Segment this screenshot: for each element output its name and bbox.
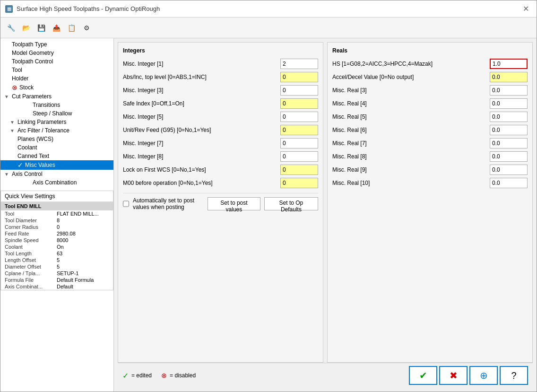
integer-field-label: Unit/Rev Feed (G95) [0=No,1=Yes] [123, 127, 280, 133]
integer-field-label: Misc. Integer [5] [123, 113, 280, 120]
integer-field-input[interactable] [280, 85, 318, 96]
integer-field-row: Misc. Integer [3] [123, 85, 318, 96]
sidebar-item-toolpath-type[interactable]: Toolpath Type [0, 40, 113, 49]
toolbar-save-button[interactable]: 💾 [35, 21, 48, 35]
toolbar-export-button[interactable]: 📤 [50, 21, 63, 35]
edited-legend: ✓ = edited [122, 371, 152, 380]
sidebar-label: Canned Text [17, 153, 49, 159]
integer-field-row: Safe Index [0=Off,1=On] [123, 98, 318, 109]
integer-field-row: Misc. Integer [1] [123, 59, 318, 69]
toolbar-list-button[interactable]: 📋 [65, 21, 78, 35]
integer-field-input[interactable] [280, 151, 318, 162]
sidebar-label: Cut Parameters [12, 93, 52, 100]
quick-view: Quick View Settings Tool END MILL ToolFL… [0, 191, 113, 290]
post-checkbox[interactable] [123, 200, 129, 207]
real-field-input[interactable] [490, 151, 528, 162]
sidebar-item-tool[interactable]: Tool [0, 66, 113, 74]
set-to-post-values-button[interactable]: Set to post values [208, 197, 260, 210]
integer-field-row: M00 before operation [0=No,1=Yes] [123, 178, 318, 188]
toolbar-open-button[interactable]: 📂 [19, 21, 33, 35]
real-field-label: Misc. Real [10] [332, 180, 490, 186]
real-field-label: Misc. Real [4] [332, 100, 490, 107]
sidebar-label: Planes (WCS) [17, 136, 53, 142]
sidebar-item-model-geometry[interactable]: Model Geometry [0, 49, 113, 57]
integer-field-row: Misc. Integer [5] [123, 112, 318, 122]
real-field-label: Misc. Real [6] [332, 127, 490, 133]
sidebar-item-canned-text[interactable]: Canned Text [0, 152, 113, 160]
panels-row: Integers Misc. Integer [1] Abs/Inc, top … [118, 42, 533, 363]
ok-button[interactable]: ✔ [409, 366, 437, 385]
real-field-label: Accel/Decel Value [0=No output] [332, 74, 490, 80]
integer-field-input[interactable] [280, 138, 318, 148]
real-field-label: Misc. Real [8] [332, 153, 490, 160]
sidebar-item-holder[interactable]: Holder [0, 74, 113, 83]
real-field-input[interactable] [490, 112, 528, 122]
sidebar-item-transitions[interactable]: Transitions [0, 101, 113, 109]
toolbar-tool-button[interactable]: 🔧 [4, 21, 17, 35]
quick-view-row: Length Offset5 [1, 257, 113, 263]
sidebar-item-misc-values[interactable]: ✓ Misc Values [0, 160, 113, 170]
add-button[interactable]: ⊕ [469, 366, 498, 385]
cancel-button[interactable]: ✖ [439, 366, 468, 385]
integers-panel: Integers Misc. Integer [1] Abs/Inc, top … [118, 42, 323, 363]
integer-field-input[interactable] [280, 125, 318, 135]
quick-view-header: Quick View Settings [1, 191, 113, 202]
reals-title: Reals [332, 47, 528, 54]
close-button[interactable]: ✕ [520, 3, 532, 14]
edited-icon: ✓ [17, 161, 23, 169]
quick-view-section: Tool END MILL [1, 202, 113, 210]
real-field-row: Misc. Real [7] [332, 138, 528, 148]
set-to-op-defaults-button[interactable]: Set to Op Defaults [264, 197, 318, 210]
sidebar-item-axis-control[interactable]: ▼ Axis Control [0, 170, 113, 178]
integer-field-input[interactable] [280, 178, 318, 188]
integer-field-input[interactable] [280, 72, 318, 82]
sidebar-item-axis-combination[interactable]: Axis Combination [0, 178, 113, 187]
bottom-area: ✓ = edited ⊗ = disabled ✔ ✖ ⊕ ? [118, 363, 533, 388]
real-field-row: Misc. Real [4] [332, 98, 528, 109]
integer-field-input[interactable] [280, 165, 318, 175]
disabled-legend: ⊗ = disabled [161, 372, 196, 379]
real-field-input[interactable] [490, 138, 528, 148]
integer-field-row: Misc. Integer [8] [123, 151, 318, 162]
integer-field-input[interactable] [280, 98, 318, 109]
sidebar-item-linking-parameters[interactable]: ▼ Linking Parameters [0, 118, 113, 126]
window-title: Surface High Speed Toolpaths - Dynamic O… [17, 5, 160, 12]
quick-view-row: Formula FileDefault Formula [1, 277, 113, 283]
integer-field-label: Misc. Integer [1] [123, 61, 280, 67]
quick-view-row: Diameter Offset5 [1, 263, 113, 270]
edited-legend-label: = edited [131, 372, 152, 379]
real-field-input[interactable] [490, 98, 528, 109]
real-field-input[interactable] [490, 165, 528, 175]
real-field-row: Accel/Decel Value [0=No output] [332, 72, 528, 82]
sidebar-label: Steep / Shallow [33, 110, 72, 117]
integer-field-input[interactable] [280, 59, 318, 69]
sidebar: Toolpath Type Model Geometry Toolpath Co… [0, 38, 114, 392]
sidebar-label: Axis Combination [33, 179, 77, 186]
sidebar-item-stock[interactable]: ⊗ Stock [0, 83, 113, 92]
sidebar-item-cut-parameters[interactable]: ▼ Cut Parameters [0, 92, 113, 101]
real-field-input[interactable] [490, 125, 528, 135]
integer-field-row: Unit/Rev Feed (G95) [0=No,1=Yes] [123, 125, 318, 135]
help-button[interactable]: ? [500, 366, 528, 385]
sidebar-item-steep-shallow[interactable]: Steep / Shallow [0, 109, 113, 118]
real-field-input[interactable] [490, 85, 528, 96]
quick-view-row: Corner Radius0 [1, 224, 113, 230]
real-field-row: Misc. Real [3] [332, 85, 528, 96]
sidebar-label: Toolpath Control [12, 58, 53, 65]
real-field-input[interactable] [490, 178, 528, 188]
sidebar-item-toolpath-control[interactable]: Toolpath Control [0, 57, 113, 66]
sidebar-label: Arc Filter / Tolerance [17, 127, 69, 134]
post-area: Automatically set to post values when po… [123, 193, 318, 210]
real-field-input[interactable] [490, 59, 528, 69]
real-field-input[interactable] [490, 72, 528, 82]
toolbar-settings-button[interactable]: ⚙ [80, 21, 93, 35]
reals-fields: HS [1=G08,2=AICC,3=HPCC,4=Mazak] Accel/D… [332, 59, 528, 188]
sidebar-item-planes[interactable]: Planes (WCS) [0, 135, 113, 143]
toolbar: 🔧 📂 💾 📤 📋 ⚙ [0, 17, 537, 38]
sidebar-label: Tool [12, 67, 22, 73]
sidebar-item-arc-filter[interactable]: ▼ Arc Filter / Tolerance [0, 126, 113, 135]
integers-fields: Misc. Integer [1] Abs/Inc, top level [0=… [123, 59, 318, 188]
integer-field-label: Misc. Integer [8] [123, 153, 280, 160]
integer-field-input[interactable] [280, 112, 318, 122]
sidebar-item-coolant[interactable]: Coolant [0, 143, 113, 152]
